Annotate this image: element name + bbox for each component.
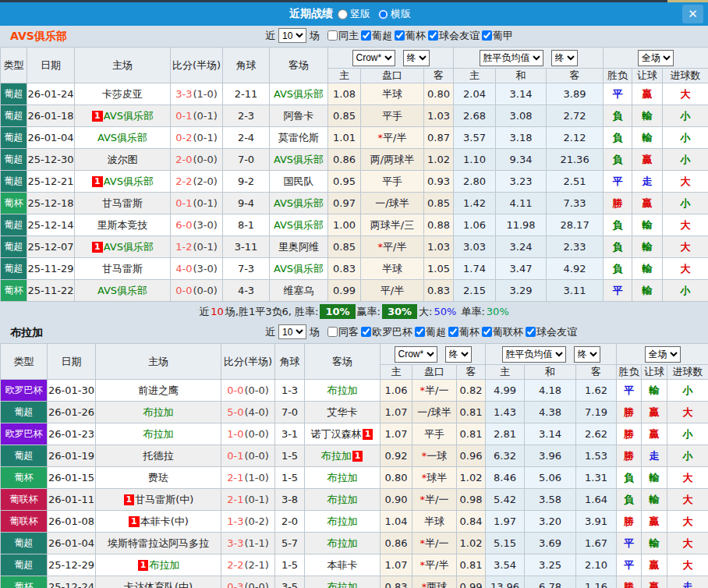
layout-vertical-radio[interactable]: 竖版 [338,7,370,21]
score-cell: 3-3(1-1) [221,533,275,554]
games-count-select[interactable]: 10 [278,324,306,339]
result-handicap: 輸 [632,105,663,127]
scope-select[interactable]: 全场 [638,50,674,66]
section-header: 布拉加 近 10 场 同客 欧罗巴杯葡超葡杯葡联杯球会友谊 [0,322,708,343]
handicap-line: 平手 [361,105,424,127]
dialog-title: 近期战绩 [289,7,333,21]
team-label: 莫雷伦斯 [278,132,319,143]
vertical-radio-input[interactable] [338,9,348,19]
mean-home: 1.97 [486,511,525,533]
league-checkbox-input[interactable] [482,30,492,41]
rank-badge: 1 [92,176,103,187]
handicap-line: 两/两球半 [361,149,424,171]
odds-source-select[interactable]: Crow* [352,50,395,66]
handicap-line: *两球 [412,576,457,588]
mean-select[interactable]: 胜平负均值 [502,346,566,363]
match-row: 葡杯25-12-18甘马雷斯0-1(0-1)9-4AVS俱乐部0.97一/球半0… [1,193,708,214]
matches-table: 类型 日期 主场 比分(半场) 角球 客场 Crow*终 胜平负均值终 全场 [0,343,708,588]
same-venue-checkbox[interactable]: 同主 [327,29,359,43]
mean-final-select[interactable]: 终 [574,346,600,363]
result-goals: 大 [663,171,708,193]
away-team: AVS俱乐部 [270,193,328,214]
fulltime-score: 1-0 [227,428,243,440]
close-button[interactable]: ✕ [682,5,703,23]
home-odds: 1.07 [381,423,412,445]
league-filter-checkbox[interactable]: 葡杯 [448,325,480,339]
mean-home: 2.81 [486,423,525,445]
league-checkbox-input[interactable] [361,327,371,337]
summary-text: 大: [419,306,432,317]
handicap-line: *平/半 [361,127,424,149]
scope-select[interactable]: 全场 [645,346,681,363]
league-filter-checkbox[interactable]: 葡联杯 [482,325,523,339]
handicap-line: *平/半 [412,554,457,576]
team-label: 托德拉 [143,450,174,462]
league-filter-checkbox[interactable]: 葡超 [415,325,446,339]
league-checkbox-input[interactable] [428,30,438,41]
odds-final-select[interactable]: 终 [445,346,472,363]
summary-row: 近10场,胜1平3负6, 胜率:10%赢率:30%大:50% 单率:30% [0,302,708,322]
mean-group-header: 胜平负均值终 [486,344,617,365]
corner-score: 4-3 [223,280,270,302]
result-wdl: 平 [617,533,642,554]
col-away: 客场 [305,344,381,380]
league-checkbox-input[interactable] [415,327,425,337]
subcol-mean-away: 客 [576,365,617,380]
team-label: AVS俱乐部 [274,263,324,275]
league-filter-label: 葡甲 [493,29,513,43]
away-odds: 0.81 [457,402,486,423]
league-filter-checkbox[interactable]: 葡甲 [482,29,513,43]
away-odds: 0.84 [457,511,486,533]
horizontal-radio-input[interactable] [378,9,388,19]
mean-away: 2.10 [576,554,617,576]
score-cell: 5-0(4-0) [221,402,275,423]
mean-away: 4.92 [547,258,604,280]
league-type-badge: 葡超 [1,258,27,280]
mean-draw: 9.34 [496,149,547,171]
result-goals: 大 [667,511,708,533]
result-handicap: 輸 [632,214,663,236]
league-checkbox-input[interactable] [395,30,405,41]
rank-badge: 1 [138,560,149,571]
same-venue-checkbox-input[interactable] [327,30,338,41]
mean-final-select[interactable]: 终 [551,50,578,66]
league-checkbox-input[interactable] [482,327,492,337]
same-venue-checkbox[interactable]: 同客 [327,325,359,339]
layout-horizontal-radio[interactable]: 横版 [378,7,411,21]
home-odds: 0.85 [328,236,361,258]
games-count-select[interactable]: 10 [278,28,306,43]
result-handicap: 走 [642,445,667,467]
score-cell: 0-0(0-0) [221,380,275,402]
team-label: 布拉加 [149,559,179,571]
home-team: 里斯本竞技 [75,214,171,236]
odds-source-select[interactable]: Crow* [395,346,437,363]
match-date: 26-01-30 [48,380,96,402]
league-filter-checkbox[interactable]: 葡超 [361,29,392,43]
match-row: 葡联杯26-01-111甘马雷斯(中)2-1(0-1)3-8布拉加0.90*半/… [1,489,708,511]
mean-home: 4.99 [486,380,525,402]
team-label: 国民队 [284,175,314,187]
match-row: 葡超25-12-071AVS俱乐部1-2(0-1)3-11里奥阿维0.85*平/… [1,236,708,258]
same-venue-checkbox-input[interactable] [327,327,338,337]
league-type-badge: 葡超 [1,171,27,193]
mean-away: 1.53 [576,445,617,467]
result-goals: 走 [667,576,708,588]
summary-text: 30% [487,306,509,317]
mean-away: 7.33 [547,193,604,214]
league-filter-checkbox[interactable]: 球会友谊 [428,29,480,43]
league-checkbox-input[interactable] [361,30,371,41]
league-filter-checkbox[interactable]: 葡杯 [395,29,426,43]
league-checkbox-input[interactable] [526,327,536,337]
away-team: 里奥阿维 [270,236,328,258]
odds-final-select[interactable]: 终 [403,50,430,66]
mean-select[interactable]: 胜平负均值 [480,50,543,66]
halftime-score: (4-0) [244,406,268,418]
league-filter-checkbox[interactable]: 球会友谊 [526,325,577,339]
mean-home: 1.43 [486,402,525,423]
mean-home: 1.42 [454,193,496,214]
home-odds: 0.80 [381,467,412,489]
league-checkbox-input[interactable] [448,327,458,337]
league-filter-checkbox[interactable]: 欧罗巴杯 [361,325,412,339]
away-odds: 0.85 [424,193,454,214]
subcol-goals: 进球数 [667,365,708,380]
